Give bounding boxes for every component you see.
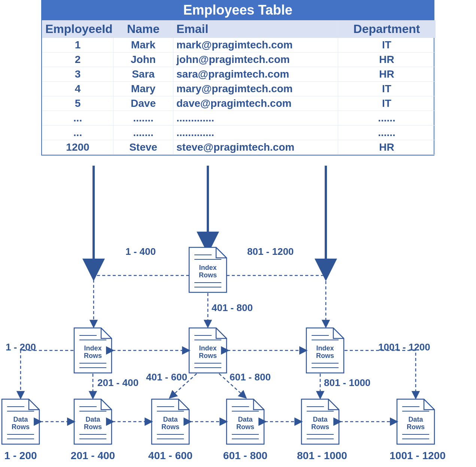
root-down-range: 401 - 800 [212, 302, 253, 313]
leaf-1-icon: Data Rows [74, 399, 112, 444]
leaf-3-range: 601 - 800 [223, 450, 267, 461]
leaf-5-range: 1001 - 1200 [389, 450, 445, 461]
leaf-1-range: 201 - 400 [71, 450, 115, 461]
svg-text:Rows: Rows [12, 423, 30, 431]
svg-text:Index: Index [316, 344, 334, 352]
mid2-left-range: 801 - 1000 [324, 377, 370, 388]
mid0-right-range: 201 - 400 [97, 377, 139, 388]
leaf-0-icon: Data Rows [2, 399, 39, 444]
mid1-right-range: 601 - 800 [230, 371, 271, 383]
svg-text:Rows: Rows [199, 352, 217, 359]
leaf-2-range: 401 - 600 [148, 450, 192, 461]
mid-index-right-icon: Index Rows [306, 328, 344, 373]
connector-root-to-midleft [94, 275, 189, 326]
root-right-range: 801 - 1200 [247, 246, 294, 257]
conn-mid0-leaf0 [21, 350, 73, 397]
mid-index-center-icon: Index Rows [189, 328, 227, 373]
leaf-0-range: 1 - 200 [4, 450, 37, 461]
leaf-4-icon: Data Rows [301, 399, 339, 444]
svg-text:Rows: Rows [407, 423, 425, 431]
svg-text:Data: Data [85, 416, 100, 423]
root-index-page-icon: Index Rows [189, 247, 227, 292]
leaf-3-icon: Data Rows [227, 399, 264, 444]
root-left-range: 1 - 400 [125, 246, 156, 257]
svg-text:Data: Data [408, 416, 423, 423]
svg-text:Rows: Rows [161, 423, 179, 431]
root-index-label-line2: Rows [199, 271, 217, 279]
svg-text:Index: Index [199, 344, 216, 352]
conn-mid2-leaf5 [345, 350, 416, 397]
leaf-5-icon: Data Rows [397, 399, 434, 444]
leaf-2-icon: Data Rows [152, 399, 189, 444]
svg-text:Rows: Rows [311, 423, 329, 431]
svg-text:Index: Index [84, 344, 101, 352]
svg-text:Rows: Rows [236, 423, 254, 431]
connector-root-to-midright [227, 275, 326, 326]
svg-text:Rows: Rows [84, 352, 102, 359]
mid2-right-range: 1001 - 1200 [378, 341, 430, 353]
svg-text:Data: Data [13, 416, 28, 423]
svg-text:Data: Data [163, 416, 178, 423]
svg-text:Rows: Rows [84, 423, 102, 431]
mid-index-left-icon: Index Rows [74, 328, 112, 373]
index-tree-diagram: Index Rows 1 - 400 801 - 1200 401 - 800 … [0, 0, 476, 467]
svg-text:Data: Data [238, 416, 253, 423]
leaf-4-range: 801 - 1000 [297, 450, 347, 461]
svg-text:Data: Data [313, 416, 328, 423]
mid1-left-range: 401 - 600 [146, 371, 187, 383]
root-index-label-line1: Index [199, 264, 216, 271]
svg-text:Rows: Rows [316, 352, 334, 359]
